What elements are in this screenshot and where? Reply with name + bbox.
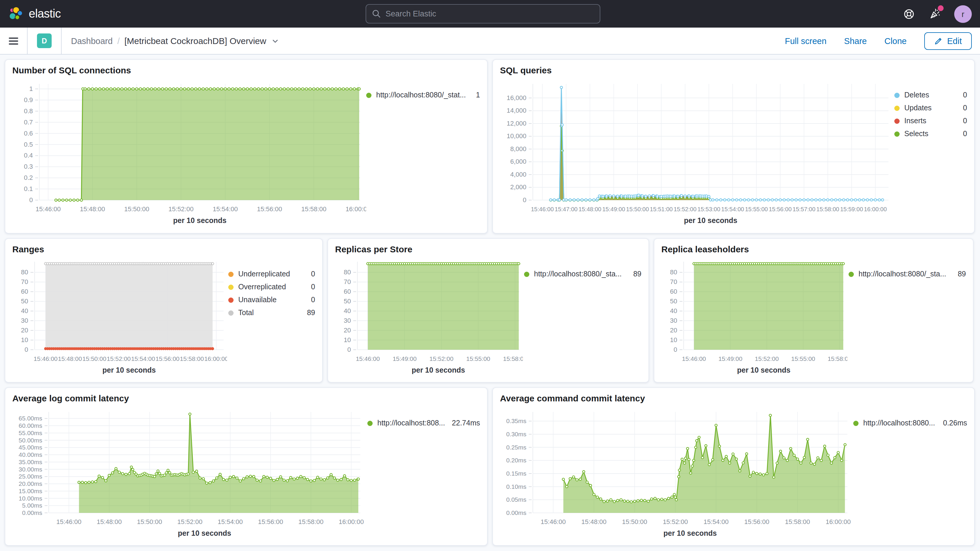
- legend-swatch: [894, 92, 900, 98]
- user-avatar[interactable]: r: [954, 5, 972, 22]
- svg-text:30: 30: [344, 317, 351, 324]
- legend-item-http-localhost-8080-sta[interactable]: http://localhost:8080/_sta...89: [524, 270, 641, 278]
- svg-text:20: 20: [21, 326, 28, 334]
- svg-text:16:00:00: 16:00:00: [346, 205, 366, 213]
- svg-text:10,000: 10,000: [507, 132, 527, 140]
- svg-text:0.00ms: 0.00ms: [506, 510, 527, 516]
- legend-swatch: [228, 271, 234, 277]
- toolbar-link-clone[interactable]: Clone: [885, 36, 907, 46]
- legend-item-total[interactable]: Total89: [228, 309, 315, 317]
- legend-item-http-localhost-808[interactable]: http://localhost:808...22.74ms: [368, 419, 480, 427]
- svg-text:20: 20: [344, 326, 351, 334]
- svg-text:0.30ms: 0.30ms: [506, 431, 527, 438]
- legend-item-http-localhost-8080-stat[interactable]: http://localhost:8080/_stat...1: [366, 91, 480, 99]
- svg-text:15:52:00: 15:52:00: [430, 355, 453, 362]
- legend-swatch: [853, 420, 859, 426]
- svg-text:15:52:00: 15:52:00: [663, 518, 688, 526]
- dashboard-app-badge: D: [37, 33, 52, 48]
- svg-text:80: 80: [344, 268, 351, 276]
- svg-text:70: 70: [21, 278, 28, 285]
- legend-value: 0: [311, 296, 315, 304]
- page-title[interactable]: [Metricbeat CockroachDB] Overview: [124, 36, 266, 46]
- search-input[interactable]: Search Elastic: [366, 4, 600, 24]
- svg-text:15:54:00: 15:54:00: [721, 206, 744, 212]
- legend-item-http-localhost-8080[interactable]: http://localhost:8080...0.26ms: [853, 419, 967, 427]
- breadcrumb-dashboard[interactable]: Dashboard: [71, 36, 113, 46]
- svg-text:70: 70: [344, 278, 351, 285]
- chart-avg-command-commit-latency[interactable]: 0.00ms0.05ms0.10ms0.15ms0.20ms0.25ms0.30…: [500, 404, 853, 540]
- toolbar-link-share[interactable]: Share: [844, 36, 867, 46]
- svg-text:35.00ms: 35.00ms: [19, 459, 42, 465]
- menu-button[interactable]: [0, 27, 27, 54]
- svg-text:15:52:00: 15:52:00: [107, 355, 131, 362]
- svg-text:15:56:00: 15:56:00: [769, 206, 792, 212]
- svg-text:0.3: 0.3: [24, 163, 33, 170]
- svg-text:0: 0: [29, 196, 33, 204]
- svg-text:0.2: 0.2: [24, 174, 33, 181]
- chart-legend: http://localhost:8080/_stat...1: [366, 76, 480, 227]
- chart-sql-connections[interactable]: 00.10.20.30.40.50.60.70.80.9115:46:0015:…: [12, 76, 366, 227]
- toolbar-divider: [27, 27, 27, 54]
- legend-item-overreplicated[interactable]: Overreplicated0: [228, 283, 315, 291]
- help-button[interactable]: [902, 7, 915, 20]
- chart-ranges[interactable]: 0102030405060708015:46:0015:48:0015:50:0…: [12, 255, 227, 377]
- legend-item-deletes[interactable]: Deletes0: [894, 91, 967, 99]
- svg-text:15:56:00: 15:56:00: [156, 355, 180, 362]
- svg-text:40.00ms: 40.00ms: [19, 451, 42, 458]
- chart-replicas-per-store[interactable]: 0102030405060708015:46:0015:49:0015:52:0…: [335, 255, 523, 377]
- chart-replica-leaseholders[interactable]: 0102030405060708015:46:0015:49:0015:52:0…: [661, 255, 847, 377]
- toolbar-divider: [61, 27, 62, 54]
- legend-item-inserts[interactable]: Inserts0: [894, 117, 967, 125]
- svg-text:15:50:00: 15:50:00: [137, 518, 162, 526]
- legend-item-http-localhost-8080-sta[interactable]: http://localhost:8080/_sta...89: [848, 270, 966, 278]
- dashboard-toolbar: D Dashboard / [Metricbeat CockroachDB] O…: [0, 27, 980, 54]
- svg-text:per 10 seconds: per 10 seconds: [173, 216, 226, 225]
- legend-value: 89: [307, 309, 315, 317]
- svg-text:15:48:00: 15:48:00: [581, 518, 606, 526]
- header-actions: r: [902, 5, 972, 22]
- svg-text:15:48:00: 15:48:00: [80, 205, 105, 213]
- chart-sql-queries[interactable]: 02,0004,0006,0008,00010,00012,00014,0001…: [500, 76, 893, 227]
- panel-title: Average log commit latency: [12, 393, 480, 403]
- svg-text:15:49:00: 15:49:00: [393, 355, 417, 362]
- svg-text:30: 30: [21, 317, 28, 324]
- panel-title: Ranges: [12, 244, 315, 254]
- svg-text:40: 40: [670, 307, 677, 315]
- svg-text:15:52:00: 15:52:00: [674, 206, 697, 212]
- legend-value: 0: [963, 117, 967, 125]
- lifebuoy-icon: [903, 8, 915, 20]
- chart-avg-log-commit-latency[interactable]: 0.00ms5.00ms10.00ms15.00ms20.00ms25.00ms…: [12, 404, 366, 540]
- svg-text:15:53:00: 15:53:00: [697, 206, 720, 212]
- svg-text:0.6: 0.6: [24, 130, 33, 137]
- svg-text:60: 60: [670, 288, 677, 295]
- legend-item-underreplicated[interactable]: Underreplicated0: [228, 270, 315, 278]
- legend-label: http://localhost:8080...: [863, 419, 937, 427]
- legend-swatch: [368, 420, 372, 426]
- legend-swatch: [894, 131, 900, 137]
- elastic-logo[interactable]: elastic: [8, 6, 61, 21]
- svg-text:4,000: 4,000: [510, 171, 527, 178]
- hamburger-icon: [9, 37, 18, 38]
- svg-text:0.1: 0.1: [24, 185, 33, 193]
- edit-button[interactable]: Edit: [924, 32, 972, 49]
- legend-item-selects[interactable]: Selects0: [894, 130, 967, 138]
- newsfeed-button[interactable]: [928, 7, 941, 20]
- legend-label: Inserts: [904, 117, 957, 125]
- svg-text:55.00ms: 55.00ms: [19, 430, 42, 436]
- legend-label: Deletes: [904, 91, 957, 99]
- legend-label: http://localhost:8080/_sta...: [859, 270, 952, 278]
- toolbar-link-full-screen[interactable]: Full screen: [785, 36, 827, 46]
- svg-text:per 10 seconds: per 10 seconds: [178, 529, 231, 537]
- svg-text:0.05ms: 0.05ms: [506, 496, 527, 503]
- svg-text:16:00:00: 16:00:00: [864, 206, 887, 212]
- svg-text:0.4: 0.4: [24, 152, 33, 159]
- svg-text:15:50:00: 15:50:00: [83, 355, 107, 362]
- global-header: elastic Search Elastic: [0, 0, 980, 27]
- svg-text:0.7: 0.7: [24, 118, 33, 126]
- svg-text:15:52:00: 15:52:00: [177, 518, 202, 526]
- legend-item-unavailable[interactable]: Unavailable0: [228, 296, 315, 304]
- legend-swatch: [366, 92, 371, 98]
- title-menu-button[interactable]: [271, 37, 278, 44]
- legend-item-updates[interactable]: Updates0: [894, 104, 967, 112]
- legend-value: 0: [311, 283, 315, 291]
